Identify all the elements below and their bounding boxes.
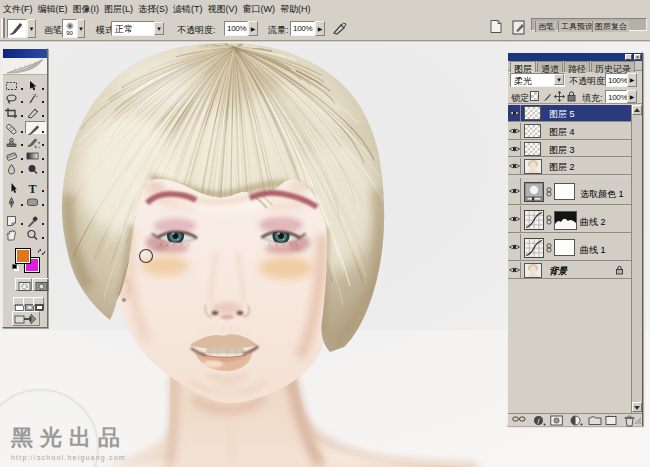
- svg-text:T: T: [28, 182, 36, 194]
